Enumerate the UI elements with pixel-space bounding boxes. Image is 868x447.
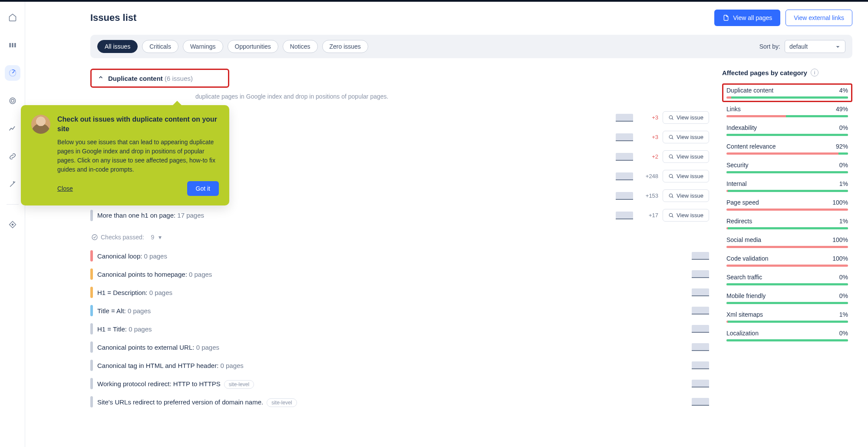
category-row-links[interactable]: Links49% <box>722 102 852 121</box>
diamond-icon[interactable] <box>5 217 20 232</box>
columns-icon[interactable] <box>5 37 20 53</box>
category-bar <box>726 246 848 248</box>
category-percent: 0% <box>839 274 848 281</box>
check-circle-icon <box>91 234 98 241</box>
category-name: Duplicate content <box>726 87 773 94</box>
page-title: Issues list <box>90 12 136 23</box>
issue-row[interactable]: More than one h1 on page: 17 pages+17Vie… <box>90 205 709 225</box>
site-level-badge: site-level <box>224 380 254 389</box>
view-issue-button[interactable]: View issue <box>663 170 709 182</box>
category-bar <box>726 283 848 285</box>
category-row-xml-sitemaps[interactable]: Xml sitemaps1% <box>722 308 852 326</box>
sparkline <box>616 114 633 122</box>
sparkline <box>692 398 709 406</box>
view-issue-button[interactable]: View issue <box>663 131 709 143</box>
category-percent: 4% <box>839 87 848 94</box>
issue-row[interactable]: Canonical points to external URL: 0 page… <box>90 338 709 356</box>
view-external-links-button[interactable]: View external links <box>785 10 852 26</box>
category-name: Mobile friendly <box>726 292 766 299</box>
trend-icon[interactable] <box>5 121 20 136</box>
category-row-social-media[interactable]: Social media100% <box>722 233 852 252</box>
target-icon[interactable] <box>5 93 20 109</box>
category-bar <box>726 171 848 173</box>
category-bar <box>726 339 848 341</box>
severity-indicator <box>90 287 93 298</box>
category-percent: 92% <box>836 143 848 150</box>
filter-pill-notices[interactable]: Notices <box>283 40 318 53</box>
view-issue-button[interactable]: View issue <box>663 209 709 222</box>
category-row-code-validation[interactable]: Code validation100% <box>722 252 852 270</box>
sort-label: Sort by: <box>759 43 780 50</box>
svg-point-11 <box>669 213 673 217</box>
svg-rect-0 <box>9 43 10 47</box>
filter-pill-zero-issues[interactable]: Zero issues <box>322 40 368 53</box>
severity-indicator <box>90 341 93 353</box>
sidebar <box>0 2 25 447</box>
delta-value: +3 <box>637 114 658 121</box>
category-name: Page speed <box>726 199 759 206</box>
delta-value: +153 <box>637 192 658 199</box>
home-icon[interactable] <box>5 10 20 25</box>
issue-name: Canonical points to external URL: 0 page… <box>97 344 687 351</box>
category-bar <box>726 96 848 99</box>
gauge-icon[interactable] <box>5 65 20 81</box>
category-row-duplicate-content[interactable]: Duplicate content4% <box>722 83 852 102</box>
tooltip-got-it-button[interactable]: Got it <box>187 181 219 196</box>
filter-pill-opportunities[interactable]: Opportunities <box>228 40 278 53</box>
severity-indicator <box>90 323 93 334</box>
issue-name: More than one h1 on page: 17 pages <box>97 212 611 219</box>
info-icon[interactable]: i <box>811 69 818 76</box>
svg-point-5 <box>12 224 13 225</box>
category-row-page-speed[interactable]: Page speed100% <box>722 195 852 214</box>
issue-row[interactable]: Canonical tag in HTML and HTTP header: 0… <box>90 356 709 374</box>
severity-indicator <box>90 250 93 262</box>
category-row-content-relevance[interactable]: Content relevance92% <box>722 139 852 158</box>
category-percent: 100% <box>832 199 848 206</box>
delta-value: +3 <box>637 134 658 140</box>
sort-select[interactable]: default <box>785 40 845 53</box>
issue-row[interactable]: Canonical points to homepage: 0 pages <box>90 265 709 283</box>
filter-pill-warnings[interactable]: Warnings <box>183 40 223 53</box>
category-percent: 0% <box>839 162 848 169</box>
issue-row[interactable]: H1 = Title: 0 pages <box>90 320 709 338</box>
issue-row[interactable]: Working protocol redirect: HTTP to HTTPS… <box>90 374 709 393</box>
filter-pill-criticals[interactable]: Criticals <box>142 40 178 53</box>
document-icon <box>723 14 729 21</box>
svg-point-12 <box>92 235 97 240</box>
issue-name: H1 = Description: 0 pages <box>97 289 687 296</box>
checks-passed[interactable]: Checks passed: 9▾ <box>91 234 709 241</box>
view-issue-button[interactable]: View issue <box>663 150 709 163</box>
view-all-pages-button[interactable]: View all pages <box>714 10 780 26</box>
category-row-mobile-friendly[interactable]: Mobile friendly0% <box>722 289 852 308</box>
svg-point-9 <box>669 174 673 178</box>
section-duplicate-content[interactable]: Duplicate content (6 issues) <box>90 69 229 88</box>
filter-pill-all-issues[interactable]: All issues <box>97 40 138 53</box>
category-row-search-traffic[interactable]: Search traffic0% <box>722 270 852 289</box>
severity-indicator <box>90 305 93 316</box>
category-bar <box>726 321 848 323</box>
tooltip-text: Below you see issues that can lead to ap… <box>57 138 219 174</box>
issue-row[interactable]: Site's URLs redirect to preferred versio… <box>90 393 709 411</box>
tooltip-close[interactable]: Close <box>57 185 73 192</box>
issue-row[interactable]: Title = Alt: 0 pages <box>90 301 709 320</box>
svg-point-8 <box>669 155 673 158</box>
category-row-redirects[interactable]: Redirects1% <box>722 214 852 233</box>
issue-name: Title = Alt: 0 pages <box>97 307 687 315</box>
category-name: Indexability <box>726 124 757 131</box>
issue-row[interactable]: Canonical loop: 0 pages <box>90 247 709 265</box>
category-row-internal[interactable]: Internal1% <box>722 177 852 195</box>
issue-row[interactable]: H1 = Description: 0 pages <box>90 283 709 301</box>
svg-rect-2 <box>14 43 16 47</box>
sparkline <box>692 307 709 315</box>
view-issue-button[interactable]: View issue <box>663 189 709 202</box>
sparkline <box>692 325 709 333</box>
issue-name: Working protocol redirect: HTTP to HTTPS… <box>97 380 687 387</box>
category-row-indexability[interactable]: Indexability0% <box>722 121 852 139</box>
link-icon[interactable] <box>5 149 20 164</box>
category-row-security[interactable]: Security0% <box>722 158 852 177</box>
category-row-localization[interactable]: Localization0% <box>722 326 852 345</box>
view-issue-button[interactable]: View issue <box>663 111 709 124</box>
sparkline <box>616 153 633 161</box>
category-percent: 1% <box>839 311 848 318</box>
wand-icon[interactable] <box>5 176 20 192</box>
